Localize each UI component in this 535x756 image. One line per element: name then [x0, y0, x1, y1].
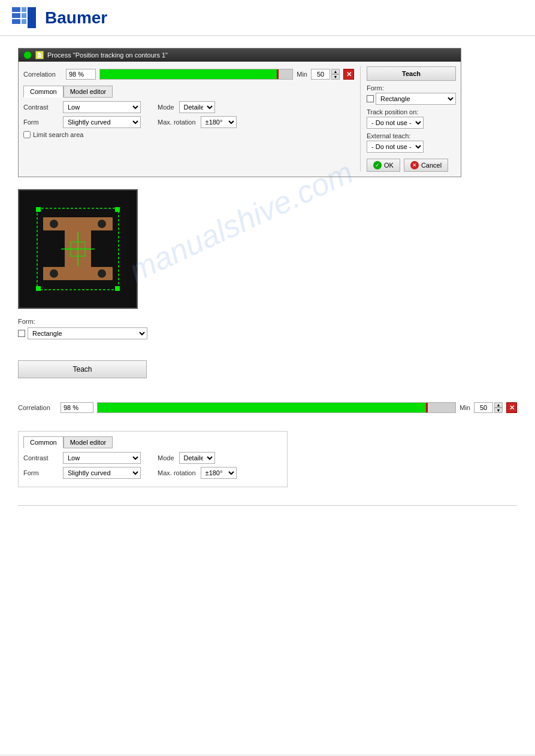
cancel-button[interactable]: ✕ Cancel — [404, 159, 448, 172]
correlation-reset-button[interactable]: ✕ — [343, 69, 354, 80]
ok-button[interactable]: ✓ OK — [367, 159, 400, 172]
dialog-left-panel: Correlation Min ▲ ▼ — [23, 66, 354, 172]
svg-rect-2 — [12, 19, 20, 24]
bottom-correlation-bar-marker — [426, 403, 428, 412]
bottom-form-label: Form — [23, 469, 58, 476]
svg-point-12 — [50, 220, 58, 228]
limit-search-row: Limit search area — [23, 131, 354, 138]
right-form-label: Form: — [367, 84, 456, 92]
main-form-section: Form: Rectangle Circle Ellipse — [18, 318, 517, 339]
tab-model-editor[interactable]: Model editor — [64, 86, 113, 98]
bottom-max-rotation-select[interactable]: ±180° ±90° — [201, 467, 237, 479]
dialog-title: Process "Position tracking on contours 1… — [47, 51, 168, 59]
bottom-correlation-bar-fill — [98, 403, 427, 412]
max-rotation-select[interactable]: ±180° ±90° ±45° — [201, 116, 237, 128]
bottom-tab-common[interactable]: Common — [23, 436, 64, 448]
bottom-form-row: Form Straight Slightly curved Curved Max… — [23, 467, 282, 479]
spinner-up-button[interactable]: ▲ — [331, 69, 340, 74]
min-value-input[interactable] — [311, 69, 330, 80]
bottom-min-label: Min — [460, 404, 470, 411]
form-select[interactable]: Straight Slightly curved Curved — [63, 116, 141, 128]
max-rotation-label: Max. rotation — [158, 119, 196, 126]
bottom-correlation-input[interactable] — [61, 402, 93, 413]
bottom-correlation-bar — [97, 402, 456, 413]
bottom-mode-label: Mode — [158, 454, 174, 462]
bottom-spinner-arrows: ▲ ▼ — [494, 402, 503, 413]
ok-cancel-row: ✓ OK ✕ Cancel — [367, 159, 456, 172]
bottom-form-select[interactable]: Straight Slightly curved Curved — [63, 467, 141, 479]
contrast-select[interactable]: Low Medium High — [63, 101, 141, 113]
correlation-label: Correlation — [23, 71, 62, 78]
bottom-correlation-label: Correlation — [18, 404, 57, 411]
main-form-checkbox[interactable] — [18, 330, 25, 337]
spinner-arrows: ▲ ▼ — [331, 69, 340, 80]
bottom-tabs: Common Model editor — [23, 436, 282, 448]
teach-button[interactable]: Teach — [367, 66, 456, 81]
tab-common[interactable]: Common — [23, 86, 64, 98]
external-teach-select[interactable]: - Do not use - — [367, 141, 424, 153]
bottom-correlation-row: Correlation Min ▲ ▼ ✕ — [18, 402, 517, 413]
track-position-section: Track position on: - Do not use - — [367, 108, 456, 129]
contrast-label: Contrast — [23, 104, 58, 111]
cancel-label: Cancel — [421, 162, 442, 169]
baumer-logo-icon — [12, 7, 39, 28]
correlation-bar — [99, 69, 293, 80]
correlation-bar-fill — [100, 69, 277, 79]
mode-select[interactable]: Detailed Fast — [179, 101, 215, 113]
svg-rect-1 — [12, 13, 20, 18]
bottom-reset-button[interactable]: ✕ — [506, 402, 517, 413]
min-label: Min — [297, 71, 307, 78]
external-teach-label: External teach: — [367, 132, 456, 139]
correlation-bar-marker — [277, 69, 279, 79]
dialog-body: Correlation Min ▲ ▼ — [19, 62, 461, 177]
title-status-icon — [23, 51, 32, 59]
spinner-down-button[interactable]: ▼ — [331, 74, 340, 80]
svg-point-14 — [50, 269, 58, 278]
min-spinner: ▲ ▼ — [311, 69, 340, 80]
svg-rect-22 — [115, 286, 120, 291]
dialog-right-panel: Teach Form: Rectangle Circle Ellipse Tra… — [360, 66, 456, 172]
ibeam-image — [19, 190, 137, 308]
right-form-select[interactable]: Rectangle Circle Ellipse — [376, 93, 456, 105]
svg-rect-19 — [36, 207, 41, 212]
bottom-max-rotation-label: Max. rotation — [158, 469, 196, 476]
bottom-min-spinner: ▲ ▼ — [474, 402, 503, 413]
main-form-select-row: Rectangle Circle Ellipse — [18, 327, 517, 339]
main-form-select[interactable]: Rectangle Circle Ellipse — [28, 327, 147, 339]
svg-rect-5 — [22, 19, 26, 24]
bottom-mode-select[interactable]: Detailed Fast — [179, 452, 215, 464]
bottom-contrast-label: Contrast — [23, 454, 58, 462]
main-teach-button[interactable]: Teach — [18, 360, 147, 378]
correlation-value-input[interactable] — [66, 69, 96, 80]
track-position-label: Track position on: — [367, 108, 456, 116]
correlation-row: Correlation Min ▲ ▼ — [23, 66, 354, 82]
baumer-logo-text: Baumer — [45, 8, 107, 28]
bottom-spinner-down[interactable]: ▼ — [494, 408, 503, 413]
header: Baumer — [0, 0, 535, 36]
external-teach-section: External teach: - Do not use - — [367, 132, 456, 153]
bottom-section: Common Model editor Contrast Low Medium … — [18, 431, 288, 487]
dialog-box: 📄 Process "Position tracking on contours… — [18, 48, 461, 177]
cancel-icon: ✕ — [410, 161, 419, 169]
bottom-min-input[interactable] — [474, 402, 493, 413]
track-position-select[interactable]: - Do not use - — [367, 117, 424, 129]
svg-rect-3 — [22, 7, 26, 12]
main-content: manualshive.com 📄 Process "Position trac… — [0, 36, 535, 754]
svg-rect-4 — [22, 13, 26, 18]
dialog-tabs: Common Model editor — [23, 86, 354, 98]
svg-rect-0 — [12, 7, 20, 12]
form-label: Form — [23, 119, 58, 126]
bottom-spinner-up[interactable]: ▲ — [494, 402, 503, 408]
svg-rect-21 — [36, 286, 41, 291]
limit-search-checkbox[interactable] — [23, 131, 31, 138]
svg-point-13 — [98, 220, 106, 228]
dialog-titlebar: 📄 Process "Position tracking on contours… — [19, 48, 461, 62]
contrast-row: Contrast Low Medium High Mode Detailed F… — [23, 101, 354, 113]
mode-label: Mode — [158, 104, 174, 111]
bottom-contrast-select[interactable]: Low Medium High — [63, 452, 141, 464]
bottom-contrast-row: Contrast Low Medium High Mode Detailed F… — [23, 452, 282, 464]
right-form-select-container: Rectangle Circle Ellipse — [367, 93, 456, 105]
bottom-tab-model-editor[interactable]: Model editor — [64, 436, 113, 448]
form-row: Form Straight Slightly curved Curved Max… — [23, 116, 354, 128]
right-form-checkbox[interactable] — [367, 95, 374, 102]
